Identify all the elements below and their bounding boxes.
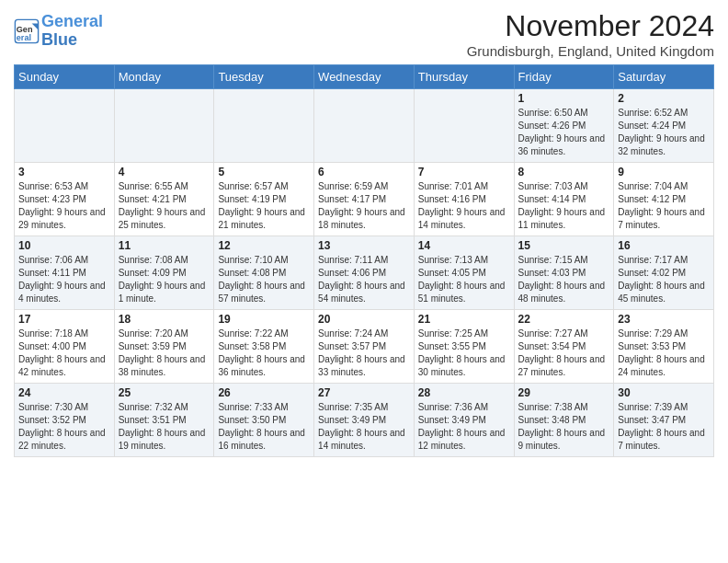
calendar-cell: 26Sunrise: 7:33 AM Sunset: 3:50 PM Dayli… (214, 384, 314, 457)
day-info: Sunrise: 7:06 AM Sunset: 4:11 PM Dayligh… (18, 254, 110, 305)
calendar-cell: 7Sunrise: 7:01 AM Sunset: 4:16 PM Daylig… (414, 163, 514, 236)
calendar-cell: 30Sunrise: 7:39 AM Sunset: 3:47 PM Dayli… (614, 384, 714, 457)
day-number: 8 (518, 166, 610, 178)
day-number: 20 (318, 313, 410, 326)
calendar-cell: 5Sunrise: 6:57 AM Sunset: 4:19 PM Daylig… (214, 163, 314, 236)
calendar-cell: 14Sunrise: 7:13 AM Sunset: 4:05 PM Dayli… (414, 236, 514, 310)
calendar-cell: 8Sunrise: 7:03 AM Sunset: 4:14 PM Daylig… (514, 163, 614, 236)
header-day-monday: Monday (114, 65, 214, 89)
calendar-cell (15, 89, 115, 163)
day-info: Sunrise: 7:10 AM Sunset: 4:08 PM Dayligh… (218, 254, 310, 305)
calendar-header-row: SundayMondayTuesdayWednesdayThursdayFrid… (15, 65, 714, 89)
calendar-cell: 4Sunrise: 6:55 AM Sunset: 4:21 PM Daylig… (114, 163, 214, 236)
day-number: 15 (518, 239, 610, 252)
header-day-tuesday: Tuesday (214, 65, 314, 89)
calendar-cell: 17Sunrise: 7:18 AM Sunset: 4:00 PM Dayli… (15, 310, 115, 384)
day-number: 26 (218, 386, 310, 399)
calendar-cell: 18Sunrise: 7:20 AM Sunset: 3:59 PM Dayli… (114, 310, 214, 384)
day-info: Sunrise: 7:20 AM Sunset: 3:59 PM Dayligh… (119, 327, 210, 379)
calendar-week-row: 3Sunrise: 6:53 AM Sunset: 4:23 PM Daylig… (15, 163, 714, 236)
header-day-wednesday: Wednesday (314, 65, 415, 89)
calendar-cell: 28Sunrise: 7:36 AM Sunset: 3:49 PM Dayli… (414, 384, 514, 457)
day-number: 14 (418, 239, 510, 252)
calendar-week-row: 1Sunrise: 6:50 AM Sunset: 4:26 PM Daylig… (15, 89, 714, 163)
day-number: 27 (318, 386, 410, 399)
day-number: 3 (18, 166, 110, 178)
calendar-cell (414, 89, 514, 163)
day-info: Sunrise: 6:57 AM Sunset: 4:19 PM Dayligh… (218, 180, 310, 232)
day-number: 30 (618, 386, 710, 399)
day-number: 4 (119, 166, 210, 178)
calendar-week-row: 24Sunrise: 7:30 AM Sunset: 3:52 PM Dayli… (15, 384, 714, 457)
day-number: 17 (18, 313, 110, 326)
day-number: 12 (218, 239, 310, 252)
svg-text:eral: eral (17, 33, 31, 42)
calendar-cell: 29Sunrise: 7:38 AM Sunset: 3:48 PM Dayli… (514, 384, 614, 457)
calendar-cell: 3Sunrise: 6:53 AM Sunset: 4:23 PM Daylig… (15, 163, 115, 236)
calendar-cell: 24Sunrise: 7:30 AM Sunset: 3:52 PM Dayli… (15, 384, 115, 457)
calendar-cell: 12Sunrise: 7:10 AM Sunset: 4:08 PM Dayli… (214, 236, 314, 310)
day-info: Sunrise: 7:15 AM Sunset: 4:03 PM Dayligh… (518, 254, 610, 305)
calendar-cell: 21Sunrise: 7:25 AM Sunset: 3:55 PM Dayli… (414, 310, 514, 384)
logo-text: GeneralBlue (41, 13, 103, 50)
day-info: Sunrise: 6:59 AM Sunset: 4:17 PM Dayligh… (318, 180, 410, 232)
calendar-cell: 27Sunrise: 7:35 AM Sunset: 3:49 PM Dayli… (314, 384, 415, 457)
day-info: Sunrise: 7:22 AM Sunset: 3:58 PM Dayligh… (218, 327, 310, 379)
day-info: Sunrise: 7:29 AM Sunset: 3:53 PM Dayligh… (618, 327, 710, 379)
calendar-week-row: 17Sunrise: 7:18 AM Sunset: 4:00 PM Dayli… (15, 310, 714, 384)
title-area: November 2024 Grundisburgh, England, Uni… (467, 9, 714, 59)
day-info: Sunrise: 7:30 AM Sunset: 3:52 PM Dayligh… (18, 401, 110, 453)
day-number: 21 (418, 313, 510, 326)
calendar-cell: 25Sunrise: 7:32 AM Sunset: 3:51 PM Dayli… (114, 384, 214, 457)
calendar-week-row: 10Sunrise: 7:06 AM Sunset: 4:11 PM Dayli… (15, 236, 714, 310)
day-number: 11 (119, 239, 210, 252)
calendar-cell: 10Sunrise: 7:06 AM Sunset: 4:11 PM Dayli… (15, 236, 115, 310)
location: Grundisburgh, England, United Kingdom (467, 43, 714, 59)
day-info: Sunrise: 7:27 AM Sunset: 3:54 PM Dayligh… (518, 327, 610, 379)
calendar-cell: 19Sunrise: 7:22 AM Sunset: 3:58 PM Dayli… (214, 310, 314, 384)
day-number: 29 (518, 386, 610, 399)
header-day-saturday: Saturday (614, 65, 714, 89)
day-number: 13 (318, 239, 410, 252)
header-day-friday: Friday (514, 65, 614, 89)
day-info: Sunrise: 7:25 AM Sunset: 3:55 PM Dayligh… (418, 327, 510, 379)
calendar-cell (214, 89, 314, 163)
day-info: Sunrise: 7:36 AM Sunset: 3:49 PM Dayligh… (418, 401, 510, 453)
day-number: 24 (18, 386, 110, 399)
calendar-cell: 20Sunrise: 7:24 AM Sunset: 3:57 PM Dayli… (314, 310, 415, 384)
day-info: Sunrise: 7:24 AM Sunset: 3:57 PM Dayligh… (318, 327, 410, 379)
day-number: 18 (119, 313, 210, 326)
day-info: Sunrise: 7:17 AM Sunset: 4:02 PM Dayligh… (618, 254, 710, 305)
day-info: Sunrise: 7:04 AM Sunset: 4:12 PM Dayligh… (618, 180, 710, 232)
day-info: Sunrise: 7:13 AM Sunset: 4:05 PM Dayligh… (418, 254, 510, 305)
logo: Gen eral GeneralBlue (14, 13, 103, 50)
day-number: 19 (218, 313, 310, 326)
calendar-cell: 11Sunrise: 7:08 AM Sunset: 4:09 PM Dayli… (114, 236, 214, 310)
day-number: 9 (618, 166, 710, 178)
day-number: 10 (18, 239, 110, 252)
calendar-cell: 13Sunrise: 7:11 AM Sunset: 4:06 PM Dayli… (314, 236, 415, 310)
day-info: Sunrise: 6:50 AM Sunset: 4:26 PM Dayligh… (518, 107, 610, 158)
calendar-cell: 9Sunrise: 7:04 AM Sunset: 4:12 PM Daylig… (614, 163, 714, 236)
day-number: 22 (518, 313, 610, 326)
calendar-cell: 6Sunrise: 6:59 AM Sunset: 4:17 PM Daylig… (314, 163, 415, 236)
day-info: Sunrise: 7:01 AM Sunset: 4:16 PM Dayligh… (418, 180, 510, 232)
calendar-cell: 16Sunrise: 7:17 AM Sunset: 4:02 PM Dayli… (614, 236, 714, 310)
calendar-table: SundayMondayTuesdayWednesdayThursdayFrid… (14, 64, 714, 457)
day-info: Sunrise: 6:55 AM Sunset: 4:21 PM Dayligh… (119, 180, 210, 232)
logo-icon: Gen eral (14, 18, 40, 44)
calendar-cell: 1Sunrise: 6:50 AM Sunset: 4:26 PM Daylig… (514, 89, 614, 163)
day-info: Sunrise: 7:08 AM Sunset: 4:09 PM Dayligh… (119, 254, 210, 305)
header-day-thursday: Thursday (414, 65, 514, 89)
day-info: Sunrise: 7:35 AM Sunset: 3:49 PM Dayligh… (318, 401, 410, 453)
day-number: 2 (618, 92, 710, 105)
day-number: 7 (418, 166, 510, 178)
calendar-cell: 23Sunrise: 7:29 AM Sunset: 3:53 PM Dayli… (614, 310, 714, 384)
day-number: 28 (418, 386, 510, 399)
header: Gen eral GeneralBlue November 2024 Grund… (14, 9, 714, 59)
day-info: Sunrise: 7:11 AM Sunset: 4:06 PM Dayligh… (318, 254, 410, 305)
day-number: 5 (218, 166, 310, 178)
day-info: Sunrise: 7:38 AM Sunset: 3:48 PM Dayligh… (518, 401, 610, 453)
calendar-cell: 22Sunrise: 7:27 AM Sunset: 3:54 PM Dayli… (514, 310, 614, 384)
day-info: Sunrise: 7:03 AM Sunset: 4:14 PM Dayligh… (518, 180, 610, 232)
